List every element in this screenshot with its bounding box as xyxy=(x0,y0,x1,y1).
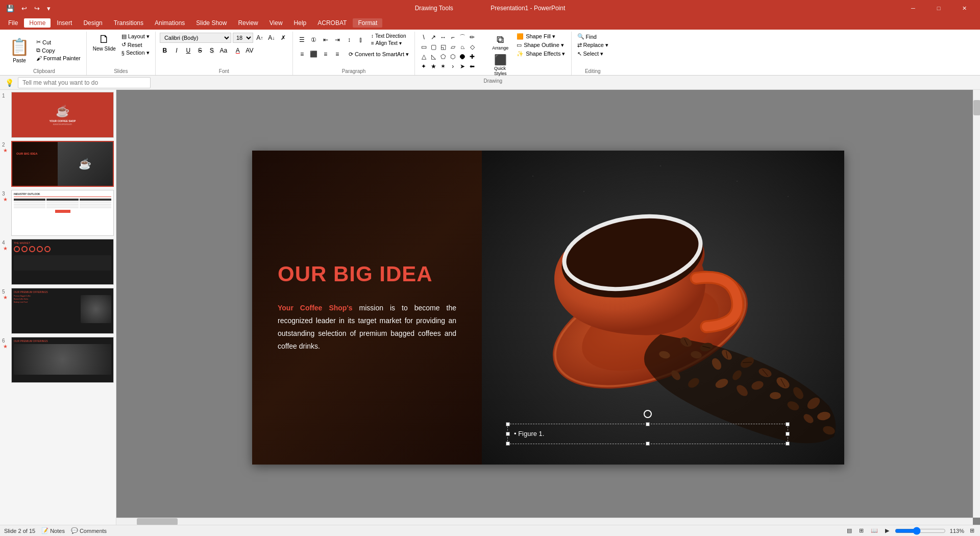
shape-cross[interactable]: ✚ xyxy=(468,52,477,61)
shape-line[interactable]: \ xyxy=(419,33,428,42)
replace-button[interactable]: ⇄ Replace ▾ xyxy=(576,41,610,49)
resize-handle-ml[interactable] xyxy=(506,432,510,436)
shape-parallelogram[interactable]: ▱ xyxy=(448,42,457,52)
columns-button[interactable]: ⫿ xyxy=(356,35,366,45)
line-spacing-button[interactable]: ↕ xyxy=(344,35,354,45)
resize-handle-bm[interactable] xyxy=(646,442,650,446)
slide-thumb-5[interactable]: OUR PREMIUM OFFERINGS Premium Bagged Cof… xyxy=(11,288,114,334)
shape-snip-rect[interactable]: ◱ xyxy=(438,42,448,52)
clear-format-button[interactable]: ✗ xyxy=(278,33,288,43)
shape-triangle[interactable]: △ xyxy=(419,52,428,61)
slide-item-5[interactable]: 5 ★ OUR PREMIUM OFFERINGS Premium Bagged… xyxy=(2,288,114,334)
slide-thumb-3[interactable]: INDUSTRY OUTLOOK xyxy=(11,190,114,236)
text-direction-button[interactable]: ↕ Text Direction xyxy=(370,33,400,39)
bold-button[interactable]: B xyxy=(160,45,170,56)
menu-review[interactable]: Review xyxy=(233,18,263,28)
shadow-button[interactable]: S xyxy=(207,45,217,56)
align-text-button[interactable]: ≡ Align Text ▾ xyxy=(370,40,400,46)
slide-item-3[interactable]: 3 ★ INDUSTRY OUTLOOK xyxy=(2,190,114,236)
resize-handle-tm[interactable] xyxy=(646,422,650,426)
shape-fill-button[interactable]: 🟧 Shape Fill ▾ xyxy=(515,33,567,40)
menu-design[interactable]: Design xyxy=(78,18,107,28)
shape-star6[interactable]: ✶ xyxy=(438,62,448,71)
shape-double-arrow[interactable]: ↔ xyxy=(438,33,448,42)
justify-button[interactable]: ≡ xyxy=(332,49,342,59)
increase-indent-button[interactable]: ⇥ xyxy=(332,35,342,45)
align-left-button[interactable]: ≡ xyxy=(297,49,307,59)
shape-diamond[interactable]: ◇ xyxy=(468,42,477,52)
menu-format[interactable]: Format xyxy=(353,18,382,28)
reset-button[interactable]: ↺ Reset xyxy=(120,41,151,48)
quick-styles-button[interactable]: ⬛ QuickStyles xyxy=(487,53,513,77)
new-slide-button[interactable]: 🗋 New Slide xyxy=(91,33,118,53)
menu-transitions[interactable]: Transitions xyxy=(109,18,149,28)
slide-item-2[interactable]: 2 ★ OUR BIG IDEA ☕ xyxy=(2,141,114,187)
resize-handle-br[interactable] xyxy=(786,442,790,446)
bullets-button[interactable]: ☰ xyxy=(297,35,307,45)
cut-button[interactable]: ✂ Cut xyxy=(35,38,82,46)
italic-button[interactable]: I xyxy=(172,45,182,56)
slide-sorter-btn[interactable]: ⊞ xyxy=(857,527,865,534)
copy-button[interactable]: ⧉ Copy xyxy=(35,46,82,54)
slide-body-text[interactable]: Your Coffee Shop's mission is to become … xyxy=(278,302,456,353)
reading-view-btn[interactable]: 📖 xyxy=(869,527,879,534)
resize-handle-tl[interactable] xyxy=(506,422,510,426)
font-color-button[interactable]: A xyxy=(233,45,243,56)
increase-font-size-button[interactable]: A↑ xyxy=(255,33,265,43)
section-button[interactable]: § Section ▾ xyxy=(120,49,151,57)
minimize-btn[interactable]: ─ xyxy=(901,0,925,16)
select-button[interactable]: ↖ Select ▾ xyxy=(576,50,605,58)
search-input[interactable] xyxy=(18,77,151,88)
save-btn[interactable]: 💾 xyxy=(4,4,16,13)
menu-view[interactable]: View xyxy=(264,18,288,28)
find-button[interactable]: 🔍 Find xyxy=(576,33,598,40)
layout-button[interactable]: ▤ Layout ▾ xyxy=(120,33,151,40)
font-size-select[interactable]: 18 xyxy=(233,33,253,43)
format-painter-button[interactable]: 🖌 Format Painter xyxy=(35,55,82,62)
underline-button[interactable]: U xyxy=(183,45,193,56)
decrease-font-size-button[interactable]: A↓ xyxy=(266,33,277,43)
shape-rect[interactable]: ▭ xyxy=(419,42,428,52)
menu-file[interactable]: File xyxy=(3,18,23,28)
char-spacing-button[interactable]: AV xyxy=(244,45,255,56)
shape-rtriangle[interactable]: ◺ xyxy=(429,52,438,61)
shape-freeform[interactable]: ✏ xyxy=(468,33,477,42)
shape-effects-button[interactable]: ✨ Shape Effects ▾ xyxy=(515,50,567,58)
menu-slideshow[interactable]: Slide Show xyxy=(191,18,232,28)
font-family-select[interactable]: Calibri (Body) xyxy=(160,33,231,43)
slide-thumb-4[interactable]: THE MARKET xyxy=(11,239,114,285)
strikethrough-button[interactable]: S xyxy=(195,45,205,56)
shape-trapezoid[interactable]: ⏢ xyxy=(458,42,467,52)
shape-round-rect[interactable]: ▢ xyxy=(429,42,438,52)
menu-acrobat[interactable]: ACROBAT xyxy=(312,18,352,28)
figure-caption-box[interactable]: • Figure 1. xyxy=(507,424,788,444)
numbering-button[interactable]: ① xyxy=(309,35,319,45)
arrange-button[interactable]: ⧉ Arrange xyxy=(487,33,513,52)
slide-thumb-1[interactable]: ☕ YOUR COFFEE SHOP INVESTOR OPPORTUNITY xyxy=(11,92,114,138)
shape-pentagon[interactable]: ⬠ xyxy=(438,52,448,61)
slide-thumb-6[interactable]: OUR PREMIUM OFFERINGS xyxy=(11,337,114,383)
customize-qa-btn[interactable]: ▾ xyxy=(45,4,53,13)
menu-help[interactable]: Help xyxy=(289,18,312,28)
shape-elbow[interactable]: ⌐ xyxy=(448,33,457,42)
notes-btn[interactable]: 📝 Notes xyxy=(41,527,65,534)
align-right-button[interactable]: ≡ xyxy=(321,49,331,59)
shape-arrow-right[interactable]: ➤ xyxy=(458,62,467,71)
shape-star5[interactable]: ★ xyxy=(429,62,438,71)
paste-button[interactable]: 📋 Paste xyxy=(6,33,33,67)
menu-animations[interactable]: Animations xyxy=(150,18,190,28)
shape-curve[interactable]: ⌒ xyxy=(458,33,467,42)
resize-handle-bl[interactable] xyxy=(506,442,510,446)
slide-item-1[interactable]: 1 ☕ YOUR COFFEE SHOP INVESTOR OPPORTUNIT… xyxy=(2,92,114,138)
convert-smartart-button[interactable]: ⟳ Convert to SmartArt ▾ xyxy=(347,51,410,58)
change-case-button[interactable]: Aa xyxy=(218,45,229,56)
shape-star4[interactable]: ✦ xyxy=(419,62,428,71)
close-btn[interactable]: ✕ xyxy=(952,0,976,16)
rotate-handle[interactable] xyxy=(644,410,652,418)
comments-btn[interactable]: 💬 Comments xyxy=(71,527,107,534)
slide-item-4[interactable]: 4 ★ THE MARKET xyxy=(2,239,114,285)
shape-arrow-line[interactable]: ↗ xyxy=(429,33,438,42)
menu-home[interactable]: Home xyxy=(24,18,51,28)
restore-btn[interactable]: □ xyxy=(927,0,950,16)
horizontal-scrollbar[interactable] xyxy=(116,518,973,525)
